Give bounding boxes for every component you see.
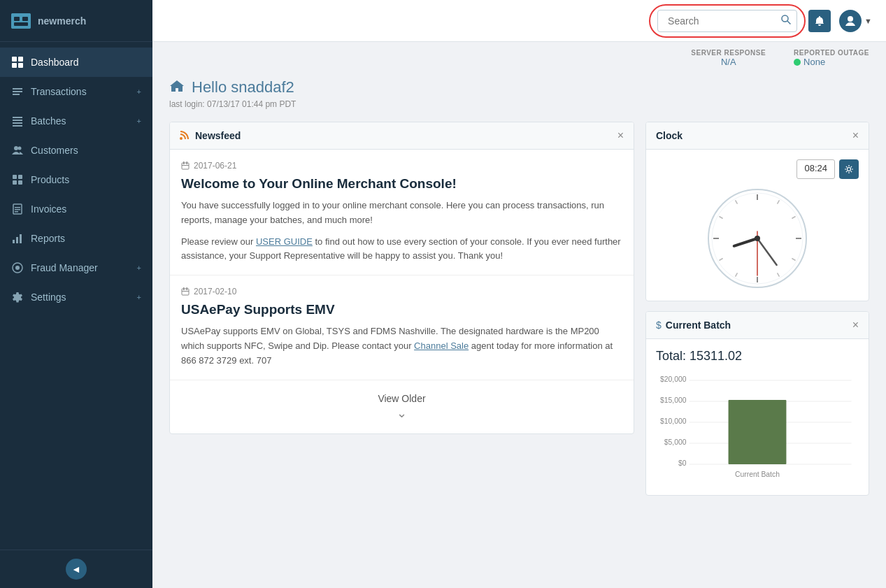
sidebar-item-invoices[interactable]: Invoices: [0, 194, 152, 224]
view-older-caret-icon: ⌄: [396, 406, 407, 421]
view-older-button[interactable]: View Older ⌄: [170, 380, 634, 433]
sidebar-nav: Dashboard Transactions +: [0, 42, 152, 550]
search-input[interactable]: [657, 10, 797, 32]
sidebar-item-fraud-manager[interactable]: Fraud Manager +: [0, 253, 152, 282]
svg-rect-4: [12, 57, 17, 62]
svg-rect-8: [13, 88, 22, 89]
news-body-1: You have successfully logged in to your …: [181, 199, 622, 264]
svg-rect-38: [182, 289, 189, 295]
content-area: SERVER RESPONSE N/A REPORTED OUTAGE None: [152, 42, 886, 588]
svg-rect-7: [18, 63, 23, 68]
channel-sale-link[interactable]: Channel Sale: [414, 340, 469, 351]
batch-chart-svg: $20,000 $15,000 $10,000 $5,000 $0: [656, 373, 859, 485]
status-bar: SERVER RESPONSE N/A REPORTED OUTAGE None: [152, 42, 886, 71]
svg-rect-25: [13, 240, 15, 243]
news-date-text-1: 2017-06-21: [194, 161, 236, 171]
svg-rect-34: [182, 163, 189, 169]
products-icon: [11, 173, 24, 186]
reported-outage-label: REPORTED OUTAGE: [794, 49, 869, 57]
sidebar-item-customers[interactable]: Customers: [0, 136, 152, 165]
sidebar-item-transactions[interactable]: Transactions +: [0, 77, 152, 106]
newsfeed-close-button[interactable]: ×: [617, 129, 624, 142]
svg-point-33: [180, 137, 183, 140]
fraud-expand-icon: +: [137, 264, 141, 272]
clock-time-display: 08:24: [796, 159, 835, 179]
svg-rect-11: [13, 117, 22, 118]
batch-panel-header: $ Current Batch ×: [646, 312, 869, 339]
newsfeed-header-left: Newsfeed: [180, 130, 241, 142]
svg-rect-5: [18, 57, 23, 62]
sidebar-item-products[interactable]: Products: [0, 165, 152, 194]
svg-rect-2: [22, 17, 28, 21]
search-button[interactable]: [780, 14, 792, 28]
svg-point-42: [848, 168, 851, 171]
svg-line-31: [787, 21, 791, 24]
svg-point-29: [15, 266, 20, 270]
server-response-label: SERVER RESPONSE: [691, 49, 766, 57]
sidebar-item-dashboard-label: Dashboard: [31, 57, 79, 68]
user-menu[interactable]: ▼: [839, 10, 872, 32]
news-date-1: 2017-06-21: [181, 161, 622, 171]
svg-point-16: [18, 147, 22, 150]
svg-text:$10,000: $10,000: [660, 417, 687, 425]
batch-close-button[interactable]: ×: [852, 319, 859, 331]
view-older-label: View Older: [378, 393, 425, 404]
page-header: Hello snaddaf2 last login: 07/13/17 01:4…: [152, 71, 886, 112]
clock-title: Clock: [656, 130, 683, 141]
sidebar-item-settings[interactable]: Settings +: [0, 282, 152, 312]
svg-rect-26: [16, 237, 18, 243]
newsfeed-panel: Newsfeed × 2017-06-21: [169, 122, 634, 434]
svg-rect-41: [182, 291, 189, 292]
clock-panel: Clock × 08:24: [645, 122, 869, 301]
analog-clock: [705, 186, 810, 291]
news-item-2: 2017-02-10 USAePay Supports EMV USAePay …: [170, 275, 634, 380]
settings-expand-icon: +: [137, 293, 141, 301]
sidebar-item-reports[interactable]: Reports: [0, 224, 152, 253]
svg-rect-40: [187, 287, 188, 290]
outage-status-dot: [794, 59, 801, 66]
last-login-text: last login: 07/13/17 01:44 pm PDT: [169, 99, 869, 109]
batches-icon: [11, 115, 24, 127]
sidebar-logo: newmerch: [0, 0, 152, 42]
news-body-emv: USAePay supports EMV on Global, TSYS and…: [181, 324, 622, 368]
reports-icon: [11, 232, 24, 245]
reported-outage-value-row: None: [794, 57, 869, 67]
logo-text: newmerch: [38, 15, 86, 27]
news-item-1: 2017-06-21 Welcome to Your Online Mercha…: [170, 150, 634, 275]
batch-total: Total: 15311.02: [656, 349, 859, 364]
svg-rect-23: [15, 209, 20, 210]
svg-rect-14: [13, 125, 22, 127]
svg-rect-17: [13, 175, 17, 179]
collapse-button[interactable]: ◄: [66, 559, 87, 580]
clock-close-button[interactable]: ×: [852, 129, 859, 142]
svg-rect-10: [13, 94, 20, 95]
news-headline-2: USAePay Supports EMV: [181, 302, 622, 317]
svg-rect-24: [15, 211, 18, 213]
clock-settings-button[interactable]: [839, 159, 859, 179]
server-response-value: N/A: [691, 57, 766, 67]
clock-controls: 08:24: [796, 159, 859, 179]
svg-rect-20: [18, 180, 22, 185]
news-body-p2: Please review our USER GUIDE to find out…: [181, 235, 622, 264]
user-menu-caret: ▼: [864, 17, 872, 25]
fraud-manager-icon: [11, 261, 24, 274]
svg-rect-37: [182, 165, 189, 166]
svg-rect-35: [183, 162, 185, 164]
svg-text:$15,000: $15,000: [660, 396, 687, 404]
svg-rect-1: [14, 17, 20, 21]
news-body-2: USAePay supports EMV on Global, TSYS and…: [181, 324, 622, 368]
sidebar-item-batches[interactable]: Batches +: [0, 106, 152, 136]
svg-point-30: [782, 15, 788, 22]
home-icon: [169, 79, 185, 96]
svg-rect-9: [13, 91, 22, 92]
user-guide-link[interactable]: USER GUIDE: [256, 236, 313, 247]
svg-rect-71: [729, 400, 787, 464]
clock-panel-header: Clock ×: [646, 122, 869, 150]
sidebar-collapse-area: ◄: [0, 550, 152, 588]
reported-outage-status: REPORTED OUTAGE None: [794, 49, 869, 67]
notification-bell-button[interactable]: [808, 10, 831, 32]
sidebar-item-batches-label: Batches: [31, 115, 66, 127]
logo-icon: [11, 13, 31, 29]
sidebar-item-products-label: Products: [31, 174, 69, 185]
sidebar-item-dashboard[interactable]: Dashboard: [0, 48, 152, 77]
